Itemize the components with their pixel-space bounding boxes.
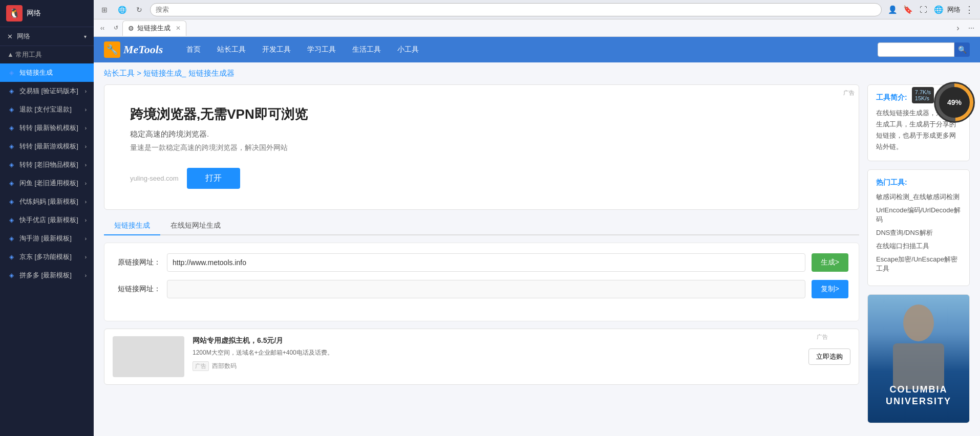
form-row-original: 原链接网址： 生成> [115,253,848,272]
nav-icon: ◈ [7,234,15,243]
breadcrumb-webmaster[interactable]: 站长工具 [104,69,135,77]
hot-tool-escape[interactable]: Escape加密/UnEscape解密工具 [876,255,961,273]
sidebar-item-jingdong[interactable]: ◈ 京东 [多功能模板] › [0,248,94,266]
hot-tool-dns[interactable]: DNS查询/DNS解析 [876,228,961,237]
original-url-input[interactable] [167,253,805,272]
tab-shorten[interactable]: 短链接生成 [104,217,160,235]
tab-online-short[interactable]: 在线短网址生成 [160,217,231,235]
nav-refresh-button[interactable]: ↻ [133,3,146,16]
sidebar-item-kuaishou[interactable]: ◈ 快手优店 [最新模板] › [0,211,94,229]
bottom-ad: 网站专用虚拟主机，6.5元/月 1200M大空间，送域名+企业邮箱+400电话及… [104,329,859,385]
tab-menu-btn[interactable]: ⋯ [966,23,977,34]
chevron-right-icon: › [85,217,87,223]
breadcrumb: 站长工具 > 短链接生成_ 短链接生成器 [94,62,980,84]
sidebar-item-taoshouyou[interactable]: ◈ 淘手游 [最新模板] › [0,229,94,248]
site-nav: 首页 站长工具 开发工具 学习工具 生活工具 小工具 [178,37,427,62]
sidebar-network-close[interactable]: ✕ 网络 ▾ [0,27,94,46]
more-menu-button[interactable]: ⋮ [963,3,976,16]
bottom-ad-buy-button[interactable]: 立即选购 [808,348,850,365]
ad-title: 跨境浏览器,无需VPN即可浏览 [130,105,833,123]
profile-icon-button[interactable]: 🌐 [932,3,945,16]
ad-tag: 广告 [843,89,855,97]
sidebar-item-refund[interactable]: ◈ 退款 [支付宝退款] › [0,100,94,119]
chevron-right-icon: › [85,273,87,278]
tab-shortlink[interactable]: ⚙ 短链接生成 ✕ [122,20,186,36]
sidebar-item-shortlink[interactable]: ◈ 短链接生成 [0,63,94,82]
svg-point-0 [903,304,934,341]
chevron-right-icon: › [85,107,87,113]
sidebar-item-pinduoduo[interactable]: ◈ 拼多多 [最新模板] › [0,266,94,285]
sidebar-item-dailianmama[interactable]: ◈ 代练妈妈 [最新模板] › [0,192,94,211]
chevron-down-icon: ▾ [84,34,87,39]
hot-tool-urlencode[interactable]: UrlEncode编码/UrlDecode解码 [876,206,961,224]
bottom-ad-label: 广告 [193,361,209,371]
tab-back-button[interactable]: ↺ [109,21,122,35]
tool-tabs: 短链接生成 在线短网址生成 [104,217,859,235]
form-label-short: 短链接网址： [115,285,161,294]
tab-icon: ⚙ [128,25,134,32]
sidebar-item-zhuanzhuan3[interactable]: ◈ 转转 [老旧物品模板] › [0,156,94,174]
breadcrumb-shortlink[interactable]: 短链接生成_ [143,69,186,77]
sidebar: 🐧 网络 ✕ 网络 ▾ ▲ 常用工具 ◈ 短链接生成 ◈ [0,0,94,436]
chevron-right-icon: › [85,236,87,242]
sidebar-section-tools: ▲ 常用工具 ◈ 短链接生成 ◈ 交易猫 [验证码版本] › ◈ 退款 [支付宝… [0,46,94,285]
hot-tools-title: 热门工具: [876,178,961,187]
page-content: 站长工具 > 短链接生成_ 短链接生成器 广告 跨境浏览器,无需VPN即可浏览 … [94,62,980,436]
chevron-right-icon: › [85,144,87,149]
site-nav-small[interactable]: 小工具 [389,37,427,62]
sidebar-item-jiaoyimao[interactable]: ◈ 交易猫 [验证码版本] › [0,82,94,100]
copy-button[interactable]: 复制> [812,280,848,298]
ad-open-button[interactable]: 打开 [187,168,240,189]
chevron-right-icon: › [85,199,87,205]
generate-button[interactable]: 生成> [812,253,848,272]
sidebar-section-header-common[interactable]: ▲ 常用工具 [0,46,94,63]
short-url-input[interactable] [167,280,805,298]
nav-globe-button[interactable]: 🌐 [115,3,129,16]
hot-tools: 热门工具: 敏感词检测_在线敏感词检测 UrlEncode编码/UrlDecod… [867,169,970,286]
user-icon-button[interactable]: 👤 [886,3,899,16]
bookmark-icon-button[interactable]: 🔖 [901,3,914,16]
site-nav-home[interactable]: 首页 [178,37,209,62]
sidebar-item-zhuanzhuan2[interactable]: ◈ 转转 [最新游戏模板] › [0,137,94,156]
columbia-text: COLUMBIA UNIVERSITY [886,384,951,408]
sidebar-item-zhuanzhuan1[interactable]: ◈ 转转 [最新验机模板] › [0,119,94,137]
site-nav-webmaster[interactable]: 站长工具 [209,37,254,62]
chevron-right-icon: › [85,89,87,94]
bottom-ad-image [113,336,184,377]
fullscreen-icon-button[interactable]: ⛶ [917,3,930,16]
sidebar-section-label: ▲ 常用工具 [7,50,42,59]
site-search-button[interactable]: 🔍 [954,42,970,57]
tab-bar: ‹‹ ↺ ⚙ 短链接生成 ✕ › ⋯ [94,19,980,37]
content-layout: 广告 跨境浏览器,无需VPN即可浏览 稳定高速的跨境浏览器. 量速是一款稳定高速… [94,84,980,433]
speed-info: 7.7K/s 15K/s [912,87,934,103]
site-nav-life[interactable]: 生活工具 [344,37,389,62]
ad-url: yuling-seed.com [130,175,179,182]
content-main: 广告 跨境浏览器,无需VPN即可浏览 稳定高速的跨境浏览器. 量速是一款稳定高速… [104,84,859,423]
sidebar-ad: 广告 COLUMBIA [867,294,970,423]
nav-icon: ◈ [7,69,15,77]
bottom-ad-text: 网站专用虚拟主机，6.5元/月 1200M大空间，送域名+企业邮箱+400电话及… [193,336,333,371]
nav-icon: ◈ [7,198,15,206]
nav-icon: ◈ [7,87,15,95]
browser-search-input[interactable] [150,3,882,16]
nav-icon: ◈ [7,142,15,150]
sidebar-logo-icon: 🐧 [6,5,23,21]
site-nav-learn[interactable]: 学习工具 [299,37,344,62]
browser-topbar: ⊞ 🌐 ↻ 👤 🔖 ⛶ 🌐 网络 ⋮ [94,0,980,19]
tab-label: 短链接生成 [137,24,171,33]
svg-rect-1 [893,343,944,389]
tab-close-button[interactable]: ✕ [176,25,181,32]
sidebar-item-xianyu[interactable]: ◈ 闲鱼 [老旧通用模板] › [0,174,94,192]
tab-nav-back[interactable]: ‹‹ [97,23,108,34]
chevron-right-icon: › [85,181,87,186]
columbia-ad[interactable]: COLUMBIA UNIVERSITY [868,295,969,423]
hot-tool-port[interactable]: 在线端口扫描工具 [876,242,961,251]
nav-grid-button[interactable]: ⊞ [98,3,111,16]
chevron-right-icon: › [85,125,87,131]
hot-tool-sensitive[interactable]: 敏感词检测_在线敏感词检测 [876,192,961,202]
site-nav-dev[interactable]: 开发工具 [254,37,299,62]
speed-down: 15K/s [915,95,931,101]
site-search-input[interactable] [878,42,954,57]
chevron-right-icon: › [85,162,87,168]
tab-extra-btn[interactable]: › [952,23,964,34]
